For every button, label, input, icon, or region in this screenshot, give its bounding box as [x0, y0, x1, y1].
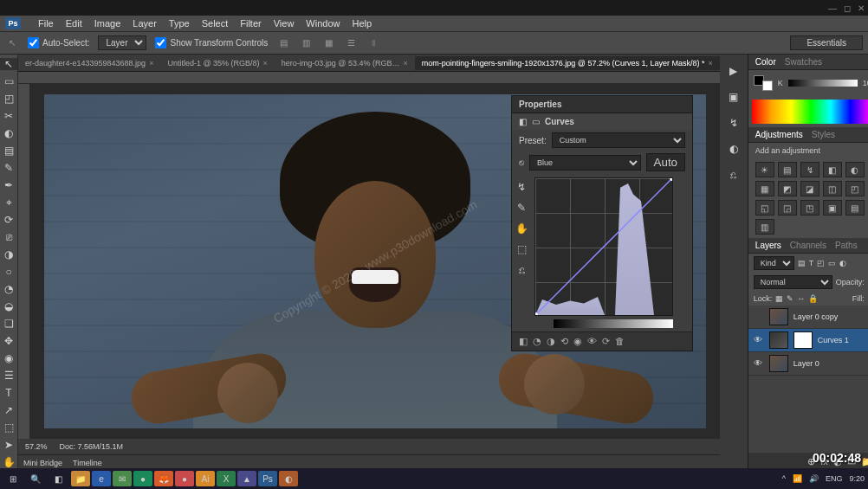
taskbar-app[interactable]: X [217, 471, 236, 486]
menu-file[interactable]: File [38, 18, 54, 29]
tool-13[interactable]: ◔ [0, 283, 17, 295]
collapsed-panel-icon[interactable]: ▣ [725, 89, 742, 105]
adjustment-button[interactable]: ◳ [800, 200, 819, 216]
maximize-button[interactable]: ◻ [844, 3, 851, 13]
adjustment-button[interactable]: ◱ [755, 200, 774, 216]
curves-tool[interactable]: ✋ [513, 221, 530, 236]
tool-22[interactable]: ➤ [0, 439, 17, 451]
tool-15[interactable]: ❏ [0, 318, 17, 330]
document-tab[interactable]: Untitled-1 @ 35% (RGB/8)× [160, 56, 274, 70]
adjustment-button[interactable]: ☀ [755, 162, 774, 177]
adjustment-button[interactable]: ▤ [845, 200, 865, 216]
tool-19[interactable]: T [0, 387, 17, 399]
tool-8[interactable]: ⌖ [0, 196, 17, 209]
properties-footer-button[interactable]: ◉ [573, 336, 582, 347]
menu-view[interactable]: View [274, 18, 295, 29]
adjustment-button[interactable]: ◐ [845, 162, 865, 177]
collapsed-panel-icon[interactable]: ⎌ [725, 167, 742, 183]
curve-line[interactable] [535, 178, 672, 315]
properties-footer-button[interactable]: ◧ [519, 336, 528, 347]
visibility-toggle[interactable] [754, 312, 764, 322]
taskbar-app[interactable]: Ai [196, 471, 215, 486]
tool-7[interactable]: ✒ [0, 179, 17, 191]
menu-window[interactable]: Window [306, 18, 340, 29]
volume-icon[interactable]: 🔊 [809, 474, 819, 483]
lock-icon[interactable]: 🔒 [808, 294, 818, 303]
adjustment-button[interactable]: ◰ [845, 181, 865, 196]
layer-kind-filter[interactable]: Kind [754, 256, 794, 270]
filter-icon[interactable]: ◰ [817, 259, 825, 267]
layer-row[interactable]: 👁Curves 1 [748, 329, 868, 352]
adjustment-button[interactable]: ↯ [800, 162, 819, 177]
preset-dropdown[interactable]: Custom [552, 132, 685, 148]
taskbar-app[interactable]: e [92, 471, 111, 486]
start-button[interactable]: ⊞ [3, 471, 23, 486]
ruler-horizontal[interactable] [18, 72, 720, 84]
menu-type[interactable]: Type [169, 18, 190, 29]
tool-1[interactable]: ▭ [0, 75, 17, 87]
timeline-tab[interactable]: Timeline [73, 459, 102, 467]
lock-icon[interactable]: ▦ [775, 294, 783, 303]
filter-icon[interactable]: ◐ [839, 259, 846, 267]
filter-icon[interactable]: ▭ [828, 259, 836, 267]
align-icon[interactable]: ▤ [276, 38, 290, 48]
filter-icon[interactable]: T [809, 259, 814, 267]
collapsed-panel-icon[interactable]: ▶ [725, 63, 742, 79]
menu-layer[interactable]: Layer [133, 18, 157, 29]
adjustments-tab[interactable]: Adjustments [755, 130, 803, 139]
tool-18[interactable]: ☰ [0, 370, 17, 382]
tool-5[interactable]: ▤ [0, 145, 17, 157]
adjustment-button[interactable]: ▣ [823, 200, 842, 216]
tool-10[interactable]: ⎚ [0, 231, 17, 243]
properties-panel[interactable]: Properties ◧▭ Curves Preset: Custom ⎋ Bl… [511, 95, 693, 351]
document-tab[interactable]: mom-pointing-fingers-smiling-1920x1376.j… [415, 56, 720, 70]
distribute-icon-2[interactable]: ⫴ [366, 38, 380, 48]
layers-tab[interactable]: Layers [755, 241, 781, 250]
align-icon-2[interactable]: ▥ [299, 38, 313, 48]
taskbar-app[interactable]: ✉ [113, 471, 132, 486]
close-button[interactable]: ✕ [858, 3, 865, 13]
adjustment-button[interactable]: ◪ [800, 181, 819, 196]
tool-4[interactable]: ◐ [0, 127, 17, 139]
adjustment-button[interactable]: ◫ [823, 181, 842, 196]
document-tab[interactable]: hero-img-03.jpg @ 53.4% (RGB…× [275, 56, 415, 70]
mask-thumb[interactable] [794, 331, 813, 349]
taskbar-app[interactable]: ▲ [237, 471, 256, 486]
close-tab-icon[interactable]: × [709, 59, 713, 68]
styles-tab[interactable]: Styles [812, 130, 835, 139]
minimize-button[interactable]: — [828, 3, 837, 13]
ruler-vertical[interactable] [18, 84, 30, 439]
auto-select-checkbox[interactable]: Auto-Select: [28, 37, 89, 48]
properties-footer-button[interactable]: 🗑 [615, 336, 625, 347]
tool-17[interactable]: ◉ [0, 352, 17, 364]
menu-select[interactable]: Select [202, 18, 229, 29]
zoom-level[interactable]: 57.2% [25, 442, 48, 451]
properties-footer-button[interactable]: ⟳ [602, 336, 610, 347]
k-slider[interactable] [788, 80, 858, 87]
taskbar-app[interactable]: ● [175, 471, 194, 486]
search-button[interactable]: 🔍 [26, 471, 45, 486]
tool-11[interactable]: ◑ [0, 248, 17, 261]
taskbar-app[interactable]: ◐ [279, 471, 298, 486]
properties-footer-button[interactable]: 👁 [587, 336, 597, 347]
curves-tool[interactable]: ⎌ [513, 262, 530, 278]
properties-footer-button[interactable]: ◑ [547, 336, 555, 347]
clock[interactable]: 9:20 [849, 474, 865, 483]
tool-14[interactable]: ◒ [0, 300, 17, 312]
adjustment-button[interactable]: ◲ [778, 200, 797, 216]
tool-12[interactable]: ○ [0, 266, 17, 278]
paths-tab[interactable]: Paths [835, 241, 858, 250]
close-tab-icon[interactable]: × [404, 59, 408, 68]
taskbar-app[interactable]: ● [133, 471, 152, 486]
show-transform-checkbox[interactable]: Show Transform Controls [155, 37, 268, 48]
filter-icon[interactable]: ▤ [798, 259, 806, 267]
tool-9[interactable]: ⟳ [0, 214, 17, 226]
wifi-icon[interactable]: 📶 [793, 474, 802, 483]
adjustment-button[interactable]: ◩ [778, 181, 797, 196]
layer-row[interactable]: 👁Layer 0 [748, 352, 868, 376]
language-indicator[interactable]: ENG [826, 474, 843, 483]
tool-16[interactable]: ✥ [0, 335, 17, 347]
mini-bridge-tab[interactable]: Mini Bridge [23, 459, 62, 467]
align-icon-3[interactable]: ▦ [321, 38, 335, 48]
adjustment-button[interactable]: ▥ [755, 219, 774, 235]
